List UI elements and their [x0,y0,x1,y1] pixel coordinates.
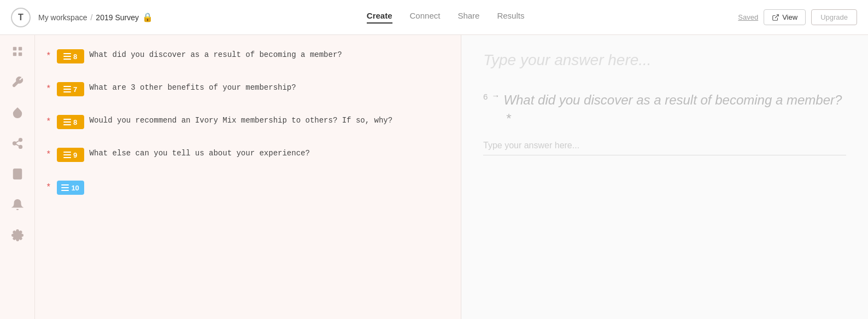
breadcrumb-separator: / [90,13,92,22]
required-star-7: * [46,84,51,94]
badge-lines-icon [63,53,71,60]
svg-point-6 [13,142,16,145]
svg-rect-3 [13,53,16,56]
theme-icon[interactable] [10,105,25,120]
avatar[interactable]: T [11,8,31,27]
preview-answer-input[interactable] [483,136,846,155]
calculator-icon[interactable] [10,166,25,182]
question-badge-6: 8 [57,49,84,63]
nav-right-actions: Saved View Upgrade [738,9,857,25]
svg-line-8 [15,144,19,146]
badge-number-10: 10 [71,184,79,192]
preview-top-placeholder-text: Type your answer here... [483,51,652,68]
preview-question-header: 6 → What did you discover as a result of… [483,91,846,127]
share-icon[interactable] [10,136,25,151]
view-button[interactable]: View [764,9,806,25]
main-body: * 8 What did you discover as a result of… [0,35,868,319]
question-text-6: What did you discover as a result of bec… [90,49,450,61]
question-badge-10: 10 [57,181,84,195]
wrench-icon[interactable] [10,74,25,90]
question-item-9[interactable]: * 9 What else can you tell us about your… [46,139,450,172]
svg-rect-1 [13,47,16,50]
svg-rect-2 [18,47,21,50]
external-link-icon [772,14,779,21]
preview-arrow-icon: → [493,92,498,101]
question-badge-8: 8 [57,115,84,129]
question-text-9: What else can you tell us about your exp… [90,148,450,159]
tab-share[interactable]: Share [458,11,479,24]
badge-lines-icon [63,86,71,92]
svg-line-9 [15,141,19,143]
badge-lines-icon [63,119,71,125]
dashboard-icon[interactable] [10,44,25,59]
badge-lines-icon [63,152,71,158]
svg-rect-4 [18,53,21,56]
breadcrumb: My workspace / 2019 Survey 🔒 [38,12,153,22]
preview-question-block: 6 → What did you discover as a result of… [483,91,846,155]
lock-icon: 🔒 [142,12,153,22]
preview-top-answer: Type your answer here... [483,51,846,69]
badge-number-9: 9 [73,151,77,159]
badge-number-7: 7 [73,85,77,94]
question-list-panel: * 8 What did you discover as a result of… [35,35,461,319]
workspace-label: My workspace [38,13,87,22]
settings-icon[interactable] [10,228,25,243]
required-star-10: * [46,183,51,193]
question-text-7: What are 3 other benefits of your member… [90,82,450,94]
svg-point-7 [19,146,22,149]
question-item-7[interactable]: * 7 What are 3 other benefits of your me… [46,73,450,106]
badge-number-6: 8 [73,53,77,61]
notification-icon[interactable] [10,197,25,212]
preview-panel: Type your answer here... 6 → What did yo… [461,35,868,319]
question-text-8: Would you recommend an Ivory Mix members… [90,115,450,126]
survey-name: 2019 Survey [96,13,139,22]
svg-line-0 [775,14,778,18]
nav-tabs: Create Connect Share Results [153,11,738,24]
sidebar-icon-panel [0,35,35,319]
required-star-8: * [46,117,51,127]
tab-results[interactable]: Results [497,11,524,24]
required-star-6: * [46,51,51,61]
preview-question-text: What did you discover as a result of bec… [503,91,846,127]
question-item-6[interactable]: * 8 What did you discover as a result of… [46,40,450,73]
badge-number-8b: 8 [73,118,77,126]
tab-create[interactable]: Create [367,11,392,24]
question-badge-9: 9 [57,148,84,162]
question-badge-7: 7 [57,82,84,96]
saved-status: Saved [738,13,758,21]
required-star-9: * [46,150,51,160]
badge-lines-icon [61,184,69,191]
question-item-10[interactable]: * 10 [46,172,450,205]
top-navigation: T My workspace / 2019 Survey 🔒 Create Co… [0,0,868,35]
question-item-8[interactable]: * 8 Would you recommend an Ivory Mix mem… [46,106,450,139]
preview-question-number: 6 [483,92,488,101]
svg-point-5 [19,138,22,142]
tab-connect[interactable]: Connect [410,11,441,24]
upgrade-button[interactable]: Upgrade [811,9,857,25]
